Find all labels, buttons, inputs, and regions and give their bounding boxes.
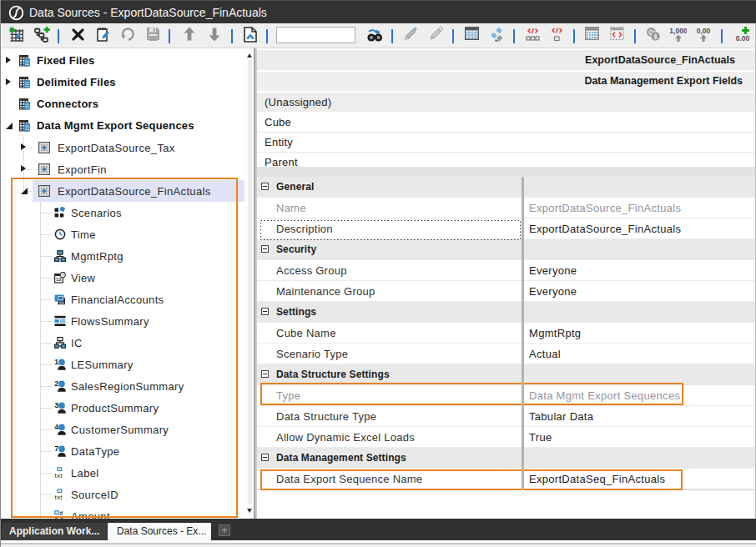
svg-text:1,000: 1,000 — [670, 27, 687, 35]
svg-text:$: $ — [653, 33, 658, 41]
svg-text:0.00: 0.00 — [736, 34, 750, 43]
svg-text:0,00: 0,00 — [697, 27, 711, 35]
